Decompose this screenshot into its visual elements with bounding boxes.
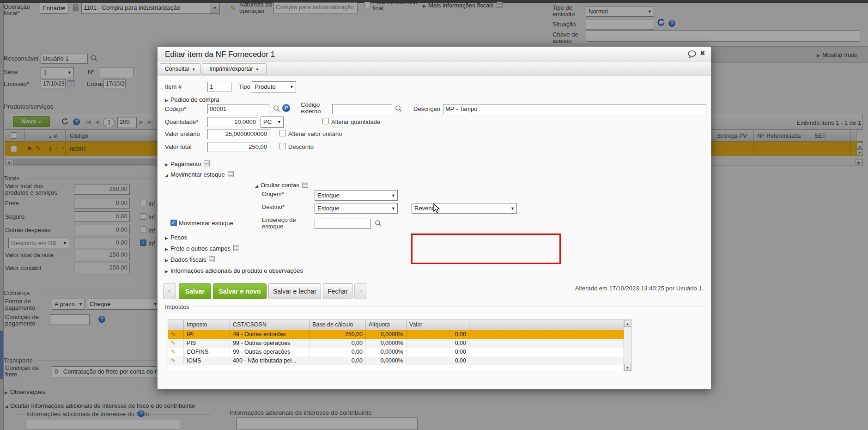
imposto-row-icms[interactable]: ✎ ICMS 400 - Não tributada pel... 0,00 0… bbox=[168, 356, 631, 365]
grid-icon bbox=[302, 182, 308, 188]
triangle-expanded-icon bbox=[255, 184, 258, 188]
edit-row-icon[interactable]: ✎ bbox=[171, 340, 176, 346]
grid-icon bbox=[233, 245, 239, 251]
conta-select[interactable]: Revend▼ bbox=[412, 203, 517, 214]
ocultar-contas-toggle[interactable]: Ocultar contas bbox=[255, 182, 308, 189]
grid-icon bbox=[204, 160, 210, 166]
grid-icon bbox=[228, 171, 234, 177]
search-icon[interactable] bbox=[375, 220, 382, 227]
alterado-em-label: Alterado em 17/10/2023 13:40:25 por Usuá… bbox=[569, 285, 704, 292]
chevron-down-icon: ▼ bbox=[391, 206, 395, 210]
base-column-header[interactable]: Base de cálculo bbox=[310, 320, 366, 330]
search-icon[interactable] bbox=[273, 105, 280, 112]
modal-title: Editar item da NF Fornecedor 1 bbox=[165, 50, 275, 59]
search-icon[interactable] bbox=[395, 105, 402, 112]
triangle-right-icon bbox=[165, 162, 168, 167]
alterar-valor-unitario-checkbox[interactable] bbox=[279, 130, 286, 136]
triangle-right-icon bbox=[165, 258, 168, 263]
impostos-table: Imposto CST/CSOSN Base de cálculo Alíquo… bbox=[168, 319, 631, 371]
movimentar-estoque-checkbox[interactable] bbox=[170, 220, 177, 226]
origem-select[interactable]: Estoque▼ bbox=[315, 190, 398, 201]
valor-total-input[interactable]: 250,00 bbox=[207, 142, 269, 152]
alterar-quantidade-label: Alterar quantidade bbox=[331, 119, 380, 125]
descricao-label: Descrição bbox=[413, 106, 440, 112]
consultar-menu-button[interactable]: Consultar▼ bbox=[160, 63, 200, 74]
pagamento-toggle[interactable]: Pagamento bbox=[165, 160, 210, 167]
codigo-externo-label: Código externo bbox=[301, 102, 327, 115]
movimentar-estoque-toggle[interactable]: Movimentar estoque bbox=[165, 171, 234, 178]
codigo-externo-input[interactable] bbox=[332, 104, 392, 114]
imposto-row-cofins[interactable]: ✎ COFINS 99 - Outras operações 0,00 0,00… bbox=[168, 348, 631, 356]
chevron-down-icon: ▼ bbox=[192, 68, 195, 72]
chevron-down-icon: ▼ bbox=[510, 206, 515, 210]
edit-row-icon[interactable]: ✎ bbox=[171, 349, 176, 355]
pedido-compra-toggle[interactable]: Pedido de compra bbox=[165, 96, 219, 103]
valor-unitario-input[interactable]: 25,0000000000 bbox=[207, 129, 269, 139]
movimentar-estoque-label: Movimentar estoque bbox=[179, 220, 233, 227]
next-item-button[interactable]: > bbox=[354, 283, 367, 299]
mouse-cursor bbox=[433, 203, 441, 214]
cst-column-header[interactable]: CST/CSOSN bbox=[230, 320, 310, 330]
origem-label: Origem* bbox=[262, 191, 284, 197]
valor-unitario-label: Valor unitário bbox=[165, 131, 200, 137]
close-icon[interactable]: ✖ bbox=[700, 49, 705, 57]
chevron-down-icon: ▼ bbox=[277, 120, 281, 124]
tipo-label: Tipo bbox=[239, 84, 250, 90]
salvar-e-fechar-button[interactable]: Salvar e fechar bbox=[268, 283, 321, 299]
impostos-scroll-up-button[interactable]: ▲ bbox=[624, 320, 631, 327]
chevron-down-icon: ▼ bbox=[391, 193, 395, 197]
item-num-label: Item # bbox=[165, 84, 182, 90]
desconto-label: Desconto bbox=[288, 144, 314, 150]
triangle-right-icon bbox=[165, 98, 168, 103]
tipo-select[interactable]: Produto▼ bbox=[252, 81, 296, 92]
unidade-select[interactable]: PC▼ bbox=[261, 117, 284, 128]
triangle-right-icon bbox=[165, 269, 168, 274]
imposto-row-ipi[interactable]: ✎ IPI 49 - Outras entradas 250,00 0,0000… bbox=[168, 330, 631, 339]
edit-row-icon[interactable]: ✎ bbox=[171, 331, 176, 338]
imprimir-exportar-menu-button[interactable]: Imprimir/exportar▼ bbox=[202, 63, 267, 74]
quantidade-input[interactable]: 10,0000 bbox=[207, 117, 258, 127]
destino-label: Destino* bbox=[262, 204, 285, 210]
frete-outros-toggle[interactable]: Frete e outros campos bbox=[165, 245, 239, 252]
modal-titlebar: Editar item da NF Fornecedor 1 ✖ bbox=[158, 47, 711, 62]
item-num-input[interactable]: 1 bbox=[207, 82, 231, 92]
imposto-column-header[interactable]: Imposto bbox=[184, 320, 230, 330]
descricao-input[interactable]: MP - Tampo bbox=[443, 104, 706, 114]
comment-icon[interactable] bbox=[687, 50, 697, 58]
grid-icon bbox=[209, 256, 215, 262]
chevron-down-icon: ▼ bbox=[255, 68, 259, 72]
prev-item-button[interactable]: < bbox=[163, 283, 176, 299]
triangle-right-icon bbox=[165, 247, 168, 252]
quantidade-label: Quantidade* bbox=[165, 119, 198, 125]
impostos-v-scrollbar[interactable]: ▲ ▼ bbox=[624, 320, 631, 371]
codigo-input[interactable]: 00001 bbox=[207, 104, 269, 114]
impostos-scroll-down-button[interactable]: ▼ bbox=[624, 364, 631, 371]
triangle-expanded-icon bbox=[165, 173, 168, 178]
info-adicionais-produto-toggle[interactable]: Informações adicionais do produto e obse… bbox=[165, 267, 303, 274]
origem-destino-highlight bbox=[411, 233, 561, 264]
salvar-button[interactable]: Salvar bbox=[179, 283, 211, 299]
impostos-legend: Impostos bbox=[165, 303, 189, 310]
codigo-label: Código* bbox=[165, 106, 186, 112]
imposto-row-pis[interactable]: ✎ PIS 99 - Outras operações 0,00 0,0000%… bbox=[168, 339, 631, 348]
edit-row-icon[interactable]: ✎ bbox=[171, 357, 176, 364]
destino-select[interactable]: Estoque▼ bbox=[315, 203, 398, 214]
valor-total-label: Valor total bbox=[165, 144, 192, 150]
produto-link-icon[interactable]: P bbox=[282, 104, 290, 112]
aliquota-column-header[interactable]: Alíquota bbox=[366, 320, 407, 330]
alterar-valor-unitario-label: Alterar valor unitário bbox=[288, 131, 342, 137]
app-screen: Operação fiscal* Entrada▼ 1101 - Compra … bbox=[0, 0, 868, 430]
dados-fiscais-toggle[interactable]: Dados fiscais bbox=[165, 256, 215, 263]
edit-column-header bbox=[168, 320, 184, 330]
chevron-down-icon: ▼ bbox=[290, 85, 294, 89]
triangle-right-icon bbox=[165, 236, 168, 240]
salvar-e-novo-button[interactable]: Salvar e novo bbox=[213, 283, 267, 299]
fechar-button[interactable]: Fechar bbox=[323, 283, 352, 299]
desconto-checkbox[interactable] bbox=[279, 143, 286, 149]
endereco-estoque-input[interactable] bbox=[315, 219, 371, 229]
edit-item-modal: Editar item da NF Fornecedor 1 ✖ Consult… bbox=[157, 46, 711, 389]
modal-toolbar: Consultar▼ Imprimir/exportar▼ bbox=[158, 62, 711, 76]
valor-column-header[interactable]: Valor bbox=[407, 320, 469, 330]
alterar-quantidade-checkbox[interactable] bbox=[322, 118, 329, 124]
pesos-toggle[interactable]: Pesos bbox=[165, 234, 187, 241]
